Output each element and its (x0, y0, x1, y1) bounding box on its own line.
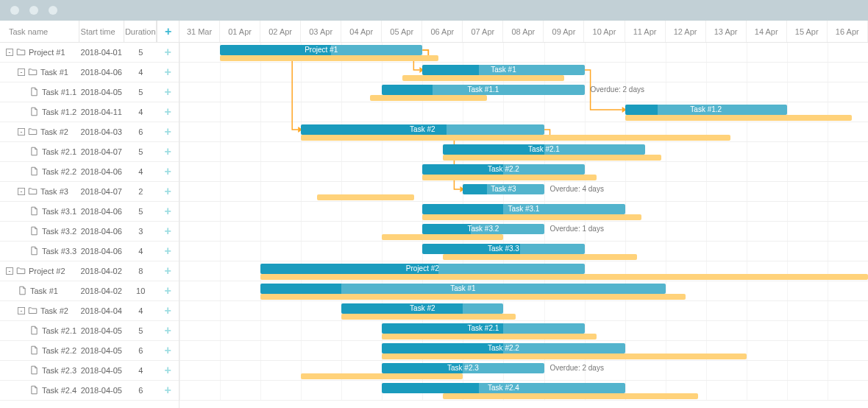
add-task-button[interactable]: + (157, 186, 179, 197)
gantt-chart[interactable]: 31 Mar01 Apr02 Apr03 Apr04 Apr05 Apr06 A… (179, 21, 868, 408)
bar-label: Task #1 (450, 284, 475, 292)
add-task-button[interactable]: + (157, 86, 179, 98)
add-task-button[interactable]: + (157, 245, 179, 257)
date-header-cell: 02 Apr (260, 21, 301, 42)
task-bar[interactable]: Project #1 (220, 45, 422, 55)
task-start-cell: 2018-04-03 (79, 127, 125, 136)
task-bar[interactable]: Task #2 (341, 303, 503, 314)
col-header-duration[interactable]: Duration (124, 21, 157, 42)
add-task-button[interactable]: + (157, 205, 179, 217)
task-bar[interactable]: Task #2.2 (382, 343, 625, 354)
folder-icon (16, 266, 26, 277)
task-bar[interactable]: Task #3.1 (422, 204, 625, 214)
add-task-button[interactable]: + (157, 325, 179, 337)
bar-label: Task #1 (491, 66, 516, 74)
task-row[interactable]: Task #3.12018-04-065+ (0, 202, 179, 222)
add-task-button[interactable]: + (157, 225, 179, 237)
task-start-cell: 2018-04-06 (79, 247, 125, 256)
task-row[interactable]: Task #2.12018-04-075+ (0, 142, 179, 162)
file-icon (18, 286, 27, 297)
task-start-cell: 2018-04-05 (79, 88, 125, 96)
baseline-bar (382, 234, 503, 240)
task-bar[interactable]: Task #1.1 (382, 85, 584, 95)
window-dot[interactable] (29, 6, 38, 15)
baseline-bar (317, 194, 414, 200)
task-duration-cell: 5 (124, 88, 157, 96)
add-task-button[interactable]: + (157, 106, 179, 118)
task-row[interactable]: -Project #22018-04-028+ (0, 261, 179, 281)
add-task-button[interactable]: + (157, 265, 179, 277)
task-bar[interactable]: Task #1 (260, 284, 666, 294)
expand-icon[interactable]: - (6, 49, 13, 56)
add-task-button[interactable]: + (157, 166, 179, 177)
expand-icon[interactable]: - (6, 267, 13, 275)
task-row[interactable]: Task #3.22018-04-063+ (0, 222, 179, 242)
task-duration-cell: 5 (124, 48, 157, 57)
task-row[interactable]: -Task #12018-04-064+ (0, 63, 179, 82)
chart-row: Task #3.2Overdue: 1 days (179, 222, 868, 242)
task-start-cell: 2018-04-05 (79, 326, 125, 335)
task-bar[interactable]: Task #1 (422, 65, 584, 75)
plus-icon: + (164, 186, 171, 197)
overdue-label: Overdue: 1 days (550, 225, 604, 233)
plus-icon: + (164, 106, 171, 118)
add-task-button[interactable]: + (157, 46, 179, 58)
task-row[interactable]: Task #2.12018-04-055+ (0, 321, 179, 341)
task-bar[interactable]: Task #2.3 (382, 363, 544, 373)
task-row[interactable]: Task #2.22018-04-056+ (0, 341, 179, 361)
task-bar[interactable]: Task #2.1 (382, 323, 584, 334)
task-row[interactable]: Task #2.32018-04-054+ (0, 361, 179, 381)
add-task-button[interactable]: + (157, 305, 179, 317)
window-dot[interactable] (10, 6, 19, 15)
task-bar[interactable]: Task #3.3 (422, 244, 584, 254)
window-dot[interactable] (49, 6, 57, 15)
task-start-cell: 2018-04-07 (79, 147, 125, 156)
task-bar[interactable]: Task #2.4 (382, 383, 625, 393)
task-row[interactable]: Task #2.22018-04-064+ (0, 162, 179, 182)
task-name-label: Task #1.1 (42, 88, 77, 96)
task-row[interactable]: Task #1.12018-04-055+ (0, 82, 179, 102)
col-header-start[interactable]: Start time (79, 21, 125, 42)
task-start-cell: 2018-04-06 (79, 207, 125, 216)
col-header-name[interactable]: Task name (0, 21, 79, 42)
task-name-label: Task #1 (40, 68, 68, 77)
add-column-button[interactable]: + (157, 21, 179, 42)
task-row[interactable]: -Task #22018-04-044+ (0, 301, 179, 321)
chart-row: Task #3.3 (179, 242, 868, 261)
task-row[interactable]: -Task #32018-04-072+ (0, 182, 179, 202)
task-bar[interactable]: Task #2 (301, 124, 544, 135)
add-task-button[interactable]: + (157, 146, 179, 158)
plus-icon: + (164, 245, 171, 257)
plus-icon: + (164, 166, 171, 177)
expand-icon[interactable]: - (18, 128, 25, 136)
task-bar[interactable]: Task #3.2 (422, 224, 544, 234)
chart-row: Task #2 (179, 122, 868, 142)
expand-icon[interactable]: - (18, 68, 25, 76)
plus-icon: + (164, 225, 171, 237)
task-row[interactable]: Task #2.42018-04-056+ (0, 381, 179, 401)
task-name-label: Task #2 (40, 306, 68, 315)
task-row[interactable]: Task #3.32018-04-064+ (0, 242, 179, 261)
task-bar[interactable]: Task #2.1 (443, 144, 645, 155)
add-task-button[interactable]: + (157, 285, 179, 297)
task-bar[interactable]: Task #2.2 (422, 164, 584, 175)
task-row[interactable]: -Task #22018-04-036+ (0, 122, 179, 142)
task-bar[interactable]: Task #1.2 (625, 105, 787, 115)
file-icon (29, 87, 39, 98)
task-duration-cell: 10 (124, 286, 157, 295)
bar-label: Task #1.2 (690, 105, 722, 113)
task-row[interactable]: -Project #12018-04-015+ (0, 43, 179, 63)
task-bar[interactable]: Task #3 (463, 184, 544, 194)
expand-icon[interactable]: - (18, 188, 25, 195)
task-row[interactable]: Task #1.22018-04-114+ (0, 102, 179, 122)
add-task-button[interactable]: + (157, 384, 179, 396)
add-task-button[interactable]: + (157, 126, 179, 138)
task-row[interactable]: Task #12018-04-0210+ (0, 281, 179, 301)
add-task-button[interactable]: + (157, 365, 179, 376)
add-task-button[interactable]: + (157, 345, 179, 356)
plus-icon: + (164, 365, 171, 376)
expand-icon[interactable]: - (18, 307, 25, 314)
task-bar[interactable]: Project #2 (260, 264, 584, 274)
task-name-label: Project #1 (29, 48, 65, 57)
add-task-button[interactable]: + (157, 66, 179, 78)
